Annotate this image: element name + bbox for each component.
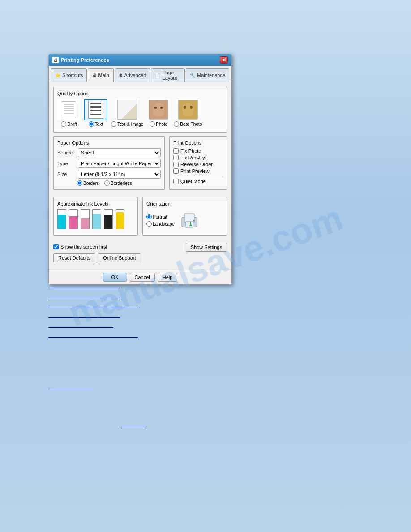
- lower-link[interactable]: [48, 383, 93, 389]
- link-6[interactable]: [48, 331, 138, 338]
- best-photo-icon: [178, 100, 198, 120]
- tab-main[interactable]: 🖨 Main: [88, 68, 113, 82]
- tab-maintenance-label: Maintenance: [197, 73, 225, 78]
- svg-point-3: [193, 220, 195, 222]
- online-support-button[interactable]: Online Support: [98, 253, 141, 262]
- orientation-radios: Portrait Landscape: [146, 214, 175, 227]
- fix-photo-checkbox[interactable]: [173, 148, 179, 154]
- show-first-label: Show this screen first: [60, 244, 107, 249]
- size-select[interactable]: Letter (8 1/2 x 11 in): [78, 170, 161, 179]
- text-icon-box: [84, 99, 107, 120]
- link-4[interactable]: [48, 312, 120, 318]
- draft-radio[interactable]: [61, 121, 66, 127]
- link-2[interactable]: [48, 292, 120, 298]
- ink-orientation-row: Approximate Ink Levels: [53, 197, 227, 239]
- photo-icon: [149, 100, 168, 120]
- page-layout-icon: 📄: [155, 73, 160, 78]
- borderless-radio-group: Borderless: [104, 180, 132, 186]
- quality-option-section: Quality Option Draft: [53, 87, 227, 133]
- print-preview-label: Print Preview: [180, 168, 210, 174]
- orientation-options: Portrait Landscape: [146, 209, 223, 232]
- bottom-link[interactable]: [121, 421, 146, 427]
- tab-shortcuts-label: Shortcuts: [62, 73, 83, 78]
- text-doc-icon: [88, 101, 103, 119]
- size-label: Size: [57, 172, 76, 177]
- fix-red-eye-label: Fix Red-Eye: [180, 155, 208, 160]
- quality-photo[interactable]: Photo: [147, 99, 170, 127]
- quality-draft[interactable]: Draft: [57, 99, 81, 127]
- shortcuts-icon: ⭐: [55, 73, 60, 78]
- ink-bar-magenta: [69, 209, 78, 229]
- ink-bar-pink: [81, 209, 90, 229]
- draft-icon-box: [57, 99, 81, 120]
- show-first-checkbox-row: Show this screen first: [53, 243, 186, 250]
- text-image-radio[interactable]: [111, 121, 116, 127]
- ink-bar-light-cyan: [92, 209, 101, 229]
- type-select[interactable]: Plain Paper / Bright White Paper: [78, 159, 161, 168]
- close-button[interactable]: ✕: [220, 56, 228, 64]
- quality-best-photo[interactable]: Best Photo: [174, 99, 202, 127]
- fix-red-eye-checkbox[interactable]: [173, 155, 179, 160]
- quality-options-row: Draft Text: [57, 99, 223, 127]
- light-cyan-fill: [93, 214, 101, 229]
- text-image-icon: [117, 100, 137, 120]
- quiet-mode-checkbox[interactable]: [173, 179, 179, 184]
- draft-label: Draft: [67, 122, 77, 127]
- borderless-radio[interactable]: [104, 180, 110, 186]
- link-3[interactable]: [48, 302, 138, 308]
- link-5[interactable]: [48, 322, 113, 328]
- tab-page-layout-label: Page Layout: [162, 70, 181, 81]
- ink-bars: [57, 209, 134, 229]
- tab-maintenance[interactable]: 🔧 Maintenance: [186, 68, 229, 82]
- page-links: [48, 282, 183, 341]
- reverse-order-row: Reverse Order: [173, 162, 223, 167]
- tab-advanced[interactable]: ⚙ Advanced: [115, 68, 150, 82]
- orientation-label: Orientation: [146, 201, 223, 206]
- photo-radio-group: Photo: [150, 121, 167, 127]
- borders-label: Borders: [83, 181, 99, 186]
- quality-section-label: Quality Option: [57, 91, 223, 96]
- link-1[interactable]: [48, 282, 120, 288]
- orientation-printer-icon: [178, 209, 201, 232]
- best-photo-label: Best Photo: [180, 122, 202, 127]
- quality-text[interactable]: Text: [84, 99, 107, 127]
- borderless-label: Borderless: [111, 181, 132, 186]
- printer-icon: 🖨: [52, 57, 59, 63]
- ink-bar-black: [104, 209, 113, 229]
- draft-doc-icon: [62, 101, 76, 118]
- quality-text-image[interactable]: Text & Image: [111, 99, 143, 127]
- reset-defaults-button[interactable]: Reset Defaults: [53, 253, 95, 262]
- show-first-checkbox[interactable]: [53, 244, 59, 249]
- tab-page-layout[interactable]: 📄 Page Layout: [151, 68, 185, 82]
- best-photo-icon-box: [176, 99, 200, 120]
- borders-radio[interactable]: [77, 180, 82, 186]
- ink-levels-label: Approximate Ink Levels: [57, 201, 134, 206]
- paper-options-section: Paper Options Source Sheet Type Plain Pa…: [53, 136, 165, 190]
- source-label: Source: [57, 150, 76, 155]
- svg-rect-2: [186, 222, 193, 228]
- size-row: Size Letter (8 1/2 x 11 in): [57, 170, 161, 179]
- reverse-order-checkbox[interactable]: [173, 162, 179, 167]
- ink-levels-section: Approximate Ink Levels: [53, 197, 138, 236]
- print-preview-checkbox[interactable]: [173, 168, 179, 174]
- maintenance-icon: 🔧: [190, 73, 195, 78]
- text-image-radio-group: Text & Image: [111, 121, 143, 127]
- tab-shortcuts[interactable]: ⭐ Shortcuts: [51, 68, 87, 82]
- action-buttons: Reset Defaults Online Support: [53, 253, 227, 262]
- portrait-radio[interactable]: [146, 214, 152, 219]
- cancel-button[interactable]: Cancel: [130, 273, 155, 282]
- show-settings-button[interactable]: Show Settings: [186, 243, 227, 252]
- tab-bar: ⭐ Shortcuts 🖨 Main ⚙ Advanced 📄 Page Lay…: [49, 66, 231, 82]
- best-photo-radio[interactable]: [174, 121, 179, 127]
- photo-radio[interactable]: [150, 121, 155, 127]
- text-radio[interactable]: [89, 121, 94, 127]
- dialog-content: Quality Option Draft: [49, 82, 231, 270]
- source-row: Source Sheet: [57, 148, 161, 157]
- landscape-radio-group: Landscape: [146, 221, 175, 227]
- dialog-title: Printing Preferences: [61, 57, 109, 63]
- help-button[interactable]: Help: [158, 273, 178, 282]
- ok-button[interactable]: OK: [103, 273, 127, 282]
- fix-photo-row: Fix Photo: [173, 148, 223, 154]
- source-select[interactable]: Sheet: [78, 148, 161, 157]
- landscape-radio[interactable]: [146, 221, 152, 227]
